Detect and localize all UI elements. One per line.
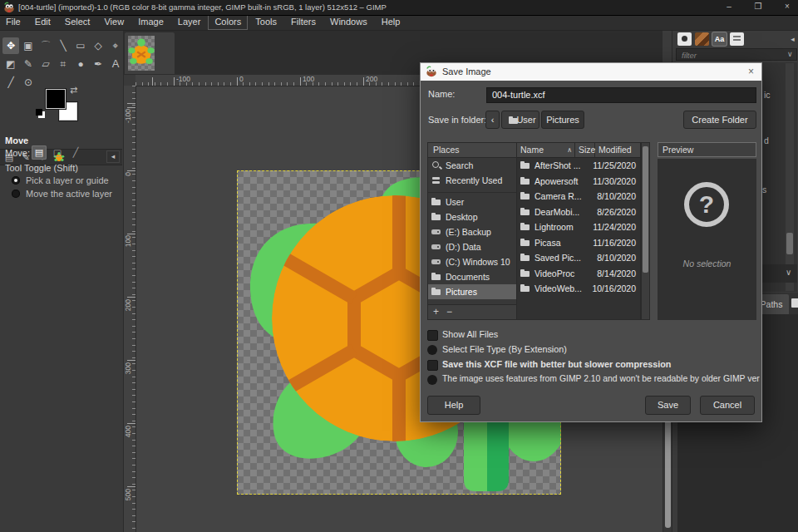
filename-input[interactable]: 004-turtle.xcf [486, 87, 756, 103]
place-item-backup-drive[interactable]: (E:) Backup [428, 224, 518, 239]
menu-colors[interactable]: Colors [209, 15, 247, 29]
menu-edit[interactable]: Edit [29, 15, 57, 29]
place-item-pictures[interactable]: Pictures [428, 284, 518, 299]
place-item-desktop[interactable]: Desktop [428, 209, 518, 224]
select-file-type-label[interactable]: Select File Type (By Extension) [442, 344, 567, 354]
patterns-tab-icon[interactable] [695, 32, 709, 46]
text-tool-icon[interactable]: A [107, 56, 124, 72]
move-active-layer-radio[interactable] [12, 190, 20, 198]
scrollbar-thumb[interactable] [786, 233, 793, 254]
eraser-tool-icon[interactable]: ▱ [37, 56, 54, 72]
filter-chevron-down-icon[interactable]: ∨ [787, 50, 793, 58]
save-button[interactable]: Save [645, 396, 691, 415]
column-header-name[interactable]: Name ∧ [517, 143, 575, 158]
file-row[interactable]: Lightroom11/24/2020 [517, 219, 640, 235]
zoom-tool-icon[interactable]: ⊙ [20, 74, 37, 91]
file-row[interactable]: Apowersoft11/30/2020 [517, 174, 640, 190]
ink-tool-icon[interactable]: ✒ [90, 56, 106, 72]
font-list-scrollbar[interactable] [786, 63, 794, 291]
free-select-tool-icon[interactable]: ⌒ [37, 37, 54, 54]
fonts-tab-icon[interactable]: Aa [712, 32, 727, 46]
ruler-corner-button[interactable] [123, 75, 136, 86]
paintbrush-tool-icon[interactable]: ✎ [20, 56, 37, 72]
help-button[interactable]: Help [427, 396, 480, 415]
pick-layer-radio-label[interactable]: Pick a layer or guide [26, 175, 109, 185]
place-item-search[interactable]: Search [428, 158, 518, 173]
move-tool-icon[interactable]: ✥ [2, 37, 19, 54]
swap-colors-icon[interactable]: ⇄ [70, 85, 77, 96]
breadcrumb-back-button[interactable]: ‹ [485, 111, 500, 129]
color-picker-tool-icon[interactable]: ╱ [2, 74, 19, 91]
menu-image[interactable]: Image [132, 15, 170, 29]
scrollbar-thumb[interactable] [643, 146, 648, 273]
show-all-files-label[interactable]: Show All Files [442, 329, 498, 339]
file-list-scrollbar[interactable] [641, 142, 650, 320]
handle-transform-tool-icon[interactable]: ⌖ [107, 37, 124, 54]
place-item-recently-used[interactable]: Recently Used [428, 173, 518, 188]
menu-filters[interactable]: Filters [285, 15, 322, 29]
paths-panel-icon[interactable] [791, 298, 798, 308]
breadcrumb-user-button[interactable]: User [501, 111, 539, 129]
move-active-layer-radio-label[interactable]: Move the active layer [26, 189, 112, 199]
menu-layer[interactable]: Layer [172, 15, 207, 29]
font-list-item-fragment[interactable]: ic [764, 90, 771, 100]
column-header-size[interactable]: Size [575, 143, 595, 158]
place-item-user[interactable]: User [428, 195, 518, 209]
cancel-button[interactable]: Cancel [700, 396, 755, 415]
unified-transform-tool-icon[interactable]: ◇ [90, 37, 106, 54]
place-item-documents[interactable]: Documents [428, 269, 518, 284]
select-file-type-expander-icon[interactable] [427, 345, 437, 355]
dialog-close-icon[interactable]: × [748, 63, 754, 81]
pick-layer-radio[interactable] [12, 176, 20, 185]
version-warning-expander-icon[interactable] [427, 375, 437, 385]
dialog-title-bar[interactable]: Save Image × [421, 63, 761, 81]
file-row[interactable]: VideoWeb...10/16/2020 [517, 281, 640, 297]
file-row[interactable]: Saved Pic...8/10/2020 [517, 250, 640, 266]
file-row[interactable]: Camera R...8/10/2020 [517, 189, 640, 204]
menu-help[interactable]: Help [376, 15, 406, 29]
show-all-files-checkbox[interactable] [427, 330, 438, 341]
xcf-compression-label[interactable]: Save this XCF file with better but slowe… [442, 359, 671, 369]
move-path-button[interactable]: ╱ [68, 145, 83, 160]
default-colors-icon[interactable] [36, 109, 42, 116]
file-row[interactable]: VideoProc8/14/2020 [517, 266, 640, 282]
move-layer-button[interactable]: ▤ [32, 145, 47, 160]
bucket-fill-tool-icon[interactable]: ◩ [2, 56, 19, 72]
clone-tool-icon[interactable]: ⌗ [55, 56, 71, 72]
breadcrumb-pictures-button[interactable]: Pictures [541, 111, 584, 129]
brushes-tab-icon[interactable] [677, 32, 692, 46]
move-selection-button[interactable]: ▢ [50, 145, 65, 160]
smudge-tool-icon[interactable]: ● [72, 56, 89, 72]
dock-menu-arrow-icon[interactable]: ◂ [786, 32, 798, 46]
place-item-windows-drive[interactable]: (C:) Windows 10 [428, 254, 518, 269]
document-history-tab-icon[interactable] [730, 32, 744, 46]
file-row[interactable]: Picasa11/16/2020 [517, 235, 640, 251]
file-row[interactable]: AfterShot ...11/25/2020 [517, 158, 640, 174]
minimize-button[interactable]: – [717, 0, 741, 14]
image-tab[interactable] [125, 32, 175, 74]
crop-tool-icon[interactable]: ▭ [72, 37, 89, 54]
foreground-color-swatch[interactable] [45, 88, 66, 110]
alignment-tool-icon[interactable]: ▣ [20, 37, 37, 54]
remove-place-button[interactable]: − [446, 306, 452, 318]
font-list-item-fragment[interactable]: d [764, 135, 769, 145]
maximize-button[interactable]: ❐ [746, 0, 771, 14]
places-header[interactable]: Places [428, 143, 518, 158]
column-header-modified[interactable]: Modified [595, 143, 640, 158]
dock-collapse-icon[interactable]: ◂ [106, 150, 120, 163]
add-place-button[interactable]: + [433, 306, 439, 318]
menu-view[interactable]: View [98, 15, 130, 29]
measure-tool-icon[interactable]: ╲ [55, 37, 71, 54]
font-list-item-fragment[interactable]: s [762, 185, 766, 195]
menu-tools[interactable]: Tools [249, 15, 283, 29]
place-item-data-drive[interactable]: (D:) Data [428, 239, 518, 254]
menu-file[interactable]: File [0, 15, 27, 29]
create-folder-button[interactable]: Create Folder [683, 111, 756, 129]
menu-select[interactable]: Select [59, 15, 96, 29]
vertical-ruler[interactable]: -100 0 100 200 300 400 500 [123, 86, 136, 532]
close-button[interactable]: × [775, 0, 798, 14]
font-filter-input[interactable]: filter [676, 48, 797, 61]
xcf-compression-checkbox[interactable] [427, 360, 438, 371]
menu-windows[interactable]: Windows [324, 15, 373, 29]
file-row[interactable]: DearMobi...8/26/2020 [517, 204, 640, 220]
